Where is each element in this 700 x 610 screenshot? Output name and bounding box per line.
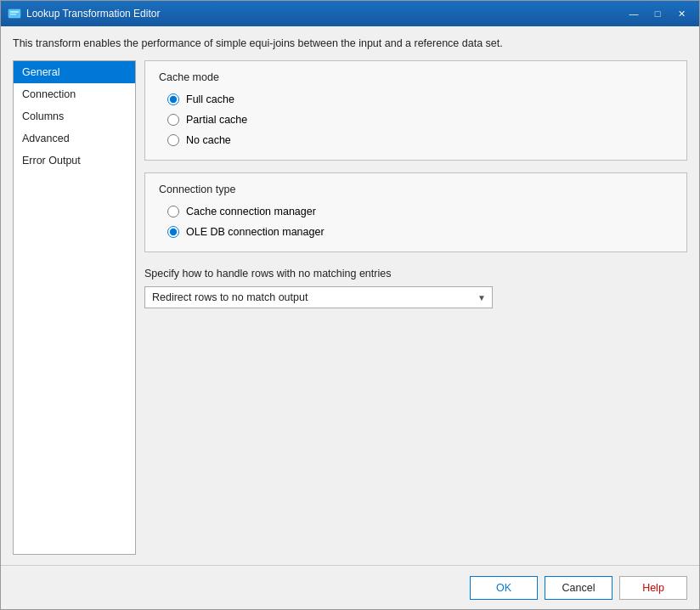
full-cache-label[interactable]: Full cache (167, 93, 673, 105)
window-title: Lookup Transformation Editor (26, 8, 618, 20)
help-button[interactable]: Help (619, 576, 687, 600)
cache-connection-label[interactable]: Cache connection manager (167, 206, 673, 217)
minimize-button[interactable]: — (623, 5, 645, 22)
no-cache-label[interactable]: No cache (167, 134, 673, 146)
cancel-button[interactable]: Cancel (545, 576, 612, 600)
cache-mode-options: Full cache Partial cache No cache (159, 93, 673, 146)
partial-cache-label[interactable]: Partial cache (167, 114, 673, 126)
no-match-section: Specify how to handle rows with no match… (144, 268, 687, 308)
ok-button[interactable]: OK (470, 576, 538, 600)
cache-mode-title: Cache mode (159, 71, 673, 83)
no-cache-radio[interactable] (167, 134, 179, 146)
connection-type-options: Cache connection manager OLE DB connecti… (159, 206, 673, 238)
nav-item-advanced[interactable]: Advanced (14, 127, 135, 150)
ole-db-connection-radio[interactable] (167, 226, 179, 238)
cache-connection-radio[interactable] (167, 206, 179, 217)
cache-connection-text: Cache connection manager (186, 206, 316, 217)
window-icon (8, 7, 21, 20)
partial-cache-text: Partial cache (186, 114, 247, 126)
nav-item-general[interactable]: General (14, 61, 135, 83)
no-match-label: Specify how to handle rows with no match… (144, 268, 687, 280)
main-window: Lookup Transformation Editor — □ ✕ This … (0, 0, 700, 610)
ole-db-connection-label[interactable]: OLE DB connection manager (167, 226, 673, 238)
content-area: This transform enables the performance o… (1, 26, 699, 565)
nav-item-columns[interactable]: Columns (14, 105, 135, 127)
no-match-dropdown[interactable]: Redirect rows to no match output Fail co… (144, 286, 493, 308)
partial-cache-radio[interactable] (167, 114, 179, 126)
title-bar: Lookup Transformation Editor — □ ✕ (1, 1, 699, 26)
full-cache-text: Full cache (186, 93, 234, 105)
description-text: This transform enables the performance o… (13, 37, 687, 52)
nav-item-error-output[interactable]: Error Output (14, 150, 135, 172)
window-controls: — □ ✕ (623, 5, 692, 22)
footer: OK Cancel Help (1, 565, 699, 609)
nav-panel: General Connection Columns Advanced Erro… (13, 60, 136, 556)
no-match-dropdown-wrapper: Redirect rows to no match output Fail co… (144, 286, 493, 308)
main-body: General Connection Columns Advanced Erro… (13, 60, 687, 556)
nav-item-connection[interactable]: Connection (14, 83, 135, 105)
right-panel: Cache mode Full cache Partial cache N (144, 60, 687, 556)
close-button[interactable]: ✕ (670, 5, 692, 22)
maximize-button[interactable]: □ (646, 5, 669, 22)
svg-rect-1 (10, 11, 19, 13)
connection-type-title: Connection type (159, 184, 673, 195)
svg-rect-2 (10, 14, 16, 15)
ole-db-connection-text: OLE DB connection manager (186, 226, 325, 238)
no-cache-text: No cache (186, 134, 231, 146)
connection-type-section: Connection type Cache connection manager… (144, 172, 687, 252)
cache-mode-section: Cache mode Full cache Partial cache N (144, 60, 687, 161)
full-cache-radio[interactable] (167, 93, 179, 105)
